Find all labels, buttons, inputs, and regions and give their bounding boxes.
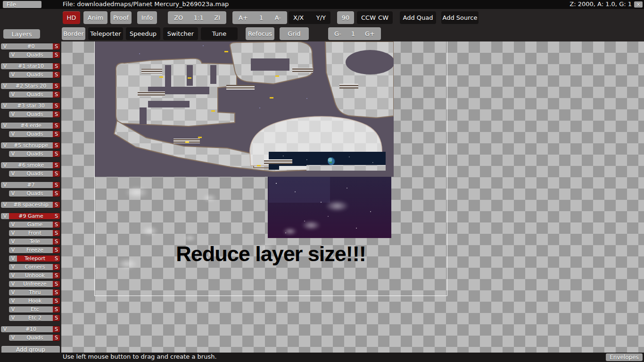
layer-row-label[interactable]: Game: [17, 222, 53, 228]
visibility-toggle[interactable]: V: [1, 202, 9, 208]
visibility-toggle[interactable]: V: [1, 103, 9, 109]
save-toggle[interactable]: S: [53, 255, 60, 262]
layer-row-label[interactable]: Unfreeze: [17, 281, 53, 287]
flip-y-button[interactable]: Y/Y: [316, 14, 326, 21]
save-toggle[interactable]: S: [53, 182, 60, 188]
zoom-reset-button[interactable]: 1:1: [194, 14, 204, 21]
layer-row[interactable]: VGameS: [9, 222, 60, 228]
map-canvas[interactable]: Reduce layer size!!!: [61, 41, 644, 353]
save-toggle[interactable]: S: [53, 298, 60, 304]
layer-row[interactable]: VEtc 2S: [9, 315, 60, 321]
visibility-toggle[interactable]: V: [9, 230, 17, 236]
visibility-toggle[interactable]: V: [9, 111, 17, 117]
layer-group-row[interactable]: V#10S: [1, 326, 60, 332]
layer-group-row-label[interactable]: #6 smoke: [9, 162, 53, 168]
save-toggle[interactable]: S: [53, 239, 60, 245]
visibility-toggle[interactable]: V: [9, 222, 17, 228]
layer-row[interactable]: VEtcS: [9, 306, 60, 313]
visibility-toggle[interactable]: V: [9, 91, 17, 98]
rotate-amount-value[interactable]: 90: [337, 11, 354, 24]
speedup-button[interactable]: Speedup: [126, 27, 160, 40]
layer-row-label[interactable]: Quads: [17, 190, 53, 197]
layer-row-label[interactable]: Unhook: [17, 272, 53, 279]
save-toggle[interactable]: S: [53, 111, 60, 117]
layer-group-row-label[interactable]: #7: [9, 182, 53, 188]
grid-larger-button[interactable]: G+: [365, 30, 375, 37]
visibility-toggle[interactable]: V: [1, 326, 9, 332]
layer-group-row[interactable]: V#3 star 30S: [1, 103, 60, 109]
layer-row[interactable]: VUnfreezeS: [9, 281, 60, 287]
layer-group-row-label[interactable]: #8 spaceship: [9, 202, 53, 208]
layer-row-label[interactable]: Quads: [17, 72, 53, 78]
visibility-toggle[interactable]: V: [9, 264, 17, 270]
grid-smaller-button[interactable]: G-: [334, 30, 341, 37]
layer-row[interactable]: VQuadsS: [9, 190, 60, 197]
visibility-toggle[interactable]: V: [9, 247, 17, 253]
layer-group-row[interactable]: V#6 smokeS: [1, 162, 60, 168]
save-toggle[interactable]: S: [53, 230, 60, 236]
flip-x-button[interactable]: X/X: [293, 14, 304, 21]
layer-row[interactable]: VHookS: [9, 298, 60, 304]
file-menu-button[interactable]: File: [3, 1, 41, 8]
layer-row-label[interactable]: Quads: [17, 171, 53, 177]
save-toggle[interactable]: S: [53, 83, 60, 89]
layer-group-row-label[interactable]: #2 Stars 20: [9, 83, 53, 89]
layer-row-label[interactable]: Thru: [17, 289, 53, 296]
info-toggle-button[interactable]: Info: [137, 11, 157, 24]
zoom-out-button[interactable]: ZO: [174, 14, 183, 21]
layer-row-label[interactable]: Teleport: [17, 255, 53, 262]
layer-group-row[interactable]: V#0S: [1, 43, 60, 49]
save-toggle[interactable]: S: [53, 131, 60, 137]
close-icon[interactable]: ×: [634, 1, 643, 8]
layer-row[interactable]: VFreezeS: [9, 247, 60, 253]
save-toggle[interactable]: S: [53, 162, 60, 168]
layer-row-label[interactable]: Etc 2: [17, 315, 53, 321]
visibility-toggle[interactable]: V: [9, 335, 17, 341]
visibility-toggle[interactable]: V: [9, 315, 17, 321]
visibility-toggle[interactable]: V: [9, 289, 17, 296]
layer-row[interactable]: VQuadsS: [9, 171, 60, 177]
rotate-cw-button[interactable]: CW: [378, 14, 388, 21]
teleporter-button[interactable]: Teleporter: [88, 27, 123, 40]
visibility-toggle[interactable]: V: [1, 63, 9, 69]
save-toggle[interactable]: S: [53, 151, 60, 157]
layer-group-row-label[interactable]: #9 Game: [9, 213, 53, 219]
save-toggle[interactable]: S: [53, 91, 60, 98]
layer-group-row-label[interactable]: #4 erde: [9, 123, 53, 129]
layer-row-label[interactable]: Corners: [17, 264, 53, 270]
visibility-toggle[interactable]: V: [9, 151, 17, 157]
visibility-toggle[interactable]: V: [9, 72, 17, 78]
visibility-toggle[interactable]: V: [1, 213, 9, 219]
grid-button[interactable]: Grid: [280, 27, 309, 40]
save-toggle[interactable]: S: [53, 142, 60, 148]
layer-group-row[interactable]: V#8 spaceshipS: [1, 202, 60, 208]
visibility-toggle[interactable]: V: [9, 306, 17, 313]
layer-row-label[interactable]: Tele: [17, 239, 53, 245]
layer-row[interactable]: VQuadsS: [9, 52, 60, 58]
layer-group-row-label[interactable]: #3 star 30: [9, 103, 53, 109]
save-toggle[interactable]: S: [53, 52, 60, 58]
save-toggle[interactable]: S: [53, 326, 60, 332]
layer-group-row-label[interactable]: #1 star10: [9, 63, 53, 69]
layer-row-label[interactable]: Etc: [17, 306, 53, 313]
layer-group-row-label[interactable]: #5 schnuppe: [9, 142, 53, 148]
save-toggle[interactable]: S: [53, 72, 60, 78]
save-toggle[interactable]: S: [53, 281, 60, 287]
layer-row[interactable]: VQuadsS: [9, 111, 60, 117]
layer-group-row[interactable]: V#9 GameS: [1, 213, 60, 219]
visibility-toggle[interactable]: V: [9, 171, 17, 177]
layers-header-button[interactable]: Layers: [3, 29, 40, 39]
layer-row[interactable]: VQuadsS: [9, 335, 60, 341]
save-toggle[interactable]: S: [53, 315, 60, 321]
layer-group-row-label[interactable]: #0: [9, 43, 53, 49]
layer-row-label[interactable]: Quads: [17, 91, 53, 98]
layer-row-label[interactable]: Quads: [17, 111, 53, 117]
layer-row[interactable]: VQuadsS: [9, 72, 60, 78]
layer-group-row[interactable]: V#5 schnuppeS: [1, 142, 60, 148]
layer-row[interactable]: VQuadsS: [9, 131, 60, 137]
save-toggle[interactable]: S: [53, 247, 60, 253]
envelopes-button[interactable]: Envelopes: [606, 354, 643, 361]
refocus-button[interactable]: Refocus: [246, 27, 274, 40]
layer-group-row[interactable]: V#4 erdeS: [1, 123, 60, 129]
layer-row[interactable]: VQuadsS: [9, 91, 60, 98]
